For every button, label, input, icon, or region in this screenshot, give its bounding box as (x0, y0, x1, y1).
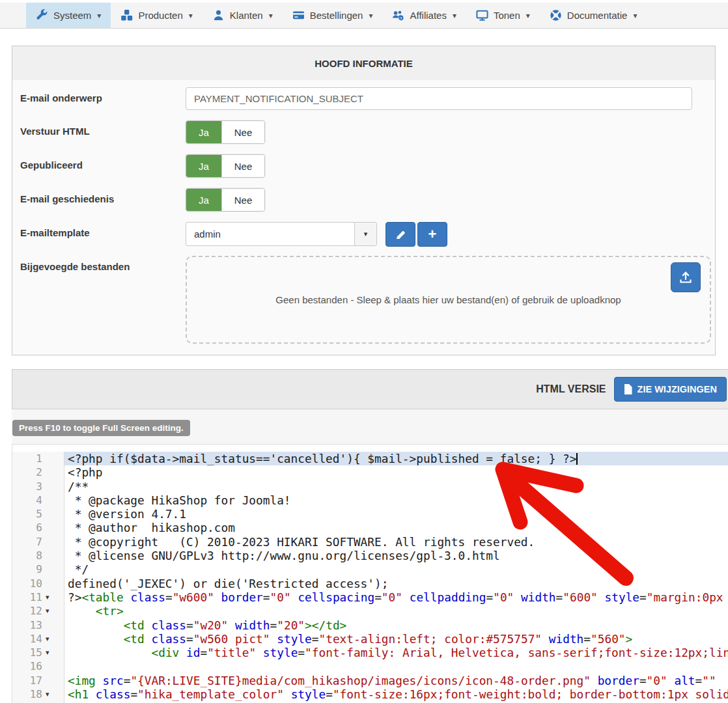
field-value: JaNee (186, 154, 715, 178)
select-dropdown-arrow-icon[interactable]: ▾ (354, 223, 376, 245)
toggle-option-ja[interactable]: Ja (186, 189, 221, 211)
code-line-17[interactable]: 17<img src="{VAR:LIVE_SITE}media/com_hik… (12, 674, 728, 687)
code-line-9[interactable]: 9 */ (12, 562, 728, 576)
fold-spacer (42, 493, 59, 507)
line-gutter: 11▾ (12, 590, 64, 604)
line-gutter: 3 (12, 480, 64, 493)
code-line-15[interactable]: 15▾ <div id="title" style="font-family: … (12, 646, 728, 659)
fold-arrow-icon[interactable]: ▾ (42, 687, 59, 701)
life-ring-icon (550, 9, 562, 21)
edit-template-button[interactable] (385, 222, 415, 247)
fold-arrow-icon[interactable]: ▾ (42, 604, 59, 618)
see-changes-label: ZIE WIJZIGINGEN (637, 384, 717, 394)
fold-spacer (42, 659, 59, 673)
line-code-text: <h1 class="hika_template_color" style="f… (64, 687, 728, 701)
see-changes-button[interactable]: ZIE WIJZIGINGEN (614, 377, 727, 402)
line-gutter: 15▾ (12, 646, 64, 659)
html-version-header: HTML VERSIE ZIE WIJZIGINGEN (12, 369, 728, 409)
fold-spacer (42, 521, 59, 534)
line-code-text: * @package HikaShop for Joomla! (64, 493, 728, 507)
chevron-down-icon: ▾ (97, 11, 101, 20)
pencil-icon (395, 229, 406, 240)
fold-arrow-icon[interactable]: ▾ (42, 590, 59, 604)
code-line-11[interactable]: 11▾?><table class="w600" border="0" cell… (12, 590, 728, 604)
nav-item-systeem[interactable]: Systeem▾ (26, 3, 111, 28)
line-gutter: 16 (12, 659, 64, 673)
nav-item-producten[interactable]: Producten▾ (111, 3, 202, 28)
yes-no-toggle: JaNee (186, 188, 265, 212)
nav-item-label: Bestellingen (310, 10, 363, 21)
form-row: Bijgevoegde bestandenGeen bestanden - Sl… (20, 256, 715, 344)
toggle-option-nee[interactable]: Nee (221, 155, 264, 177)
email-template-select[interactable]: admin▾ (186, 222, 377, 246)
fold-arrow-icon[interactable]: ▾ (42, 632, 59, 646)
code-line-18[interactable]: 18▾<h1 class="hika_template_color" style… (12, 687, 728, 701)
form-row: E-mailtemplateadmin▾+ (20, 222, 715, 247)
line-number: 10 (19, 577, 42, 590)
code-line-12[interactable]: 12▾ <tr> (12, 604, 728, 618)
fold-spacer (42, 577, 59, 590)
email-subject-input[interactable] (186, 87, 692, 110)
toggle-option-nee[interactable]: Nee (221, 121, 264, 143)
field-label: Gepubliceerd (20, 154, 186, 178)
chevron-down-icon: ▾ (633, 11, 637, 20)
chevron-down-icon: ▾ (453, 11, 456, 20)
field-value (186, 87, 715, 110)
line-gutter: 1 (12, 452, 64, 465)
fold-spacer (42, 535, 59, 549)
nav-item-affiliates[interactable]: Affiliates▾ (382, 3, 466, 28)
add-template-button[interactable]: + (417, 222, 447, 247)
nav-item-klanten[interactable]: Klanten▾ (203, 3, 283, 28)
code-line-2[interactable]: 2<?php (12, 465, 728, 479)
line-code-text: <td class="w20" width="20"></td> (64, 618, 728, 632)
code-line-1[interactable]: 1<?php if($data->mail_status=='cancelled… (12, 452, 728, 465)
code-line-10[interactable]: 10defined('_JEXEC') or die('Restricted a… (12, 577, 728, 590)
toggle-option-ja[interactable]: Ja (186, 121, 221, 143)
toggle-option-nee[interactable]: Nee (221, 189, 264, 211)
chevron-down-icon: ▾ (369, 11, 372, 20)
form-row: E-mail geschiedenisJaNee (20, 188, 715, 212)
line-code-text: * @copyright (C) 2010-2023 HIKARI SOFTWA… (64, 535, 728, 549)
line-number: 12 (19, 604, 42, 618)
line-code-text: defined('_JEXEC') or die('Restricted acc… (64, 577, 728, 590)
line-number: 14 (19, 632, 42, 646)
form-row: Verstuur HTMLJaNee (20, 120, 715, 144)
line-gutter: 12▾ (12, 604, 64, 618)
line-code-text: * @version 4.7.1 (64, 507, 728, 521)
code-line-3[interactable]: 3/** (12, 480, 728, 493)
code-line-14[interactable]: 14▾ <td class="w560 pict" style="text-al… (12, 632, 728, 646)
line-number: 5 (19, 507, 42, 521)
code-line-13[interactable]: 13 <td class="w20" width="20"></td> (12, 618, 728, 632)
nav-item-bestellingen[interactable]: Bestellingen▾ (283, 3, 383, 28)
line-code-text: <td class="w560 pict" style="text-align:… (64, 632, 728, 646)
line-number: 18 (19, 687, 42, 701)
code-line-5[interactable]: 5 * @version 4.7.1 (12, 507, 728, 521)
fold-arrow-icon[interactable]: ▾ (42, 646, 59, 659)
nav-item-label: Documentatie (567, 10, 628, 21)
code-editor[interactable]: 1<?php if($data->mail_status=='cancelled… (12, 444, 728, 703)
attachments-dropzone[interactable]: Geen bestanden - Sleep & plaats hier uw … (186, 256, 711, 344)
field-value: JaNee (186, 120, 715, 144)
line-number: 8 (19, 549, 42, 562)
main-information-panel: HOOFD INFORMATIE E-mail onderwerpVerstuu… (12, 46, 716, 355)
code-line-4[interactable]: 4 * @package HikaShop for Joomla! (12, 493, 728, 507)
field-value: Geen bestanden - Sleep & plaats hier uw … (186, 256, 715, 344)
line-number: 15 (19, 646, 42, 659)
line-gutter: 2 (12, 465, 64, 479)
user-icon (212, 9, 225, 21)
nav-item-label: Klanten (230, 10, 263, 21)
field-label: Bijgevoegde bestanden (20, 256, 186, 344)
toggle-option-ja[interactable]: Ja (186, 155, 221, 177)
upload-button[interactable] (671, 262, 701, 292)
code-line-8[interactable]: 8 * @license GNU/GPLv3 http://www.gnu.or… (12, 549, 728, 562)
chevron-down-icon: ▾ (269, 11, 273, 20)
nav-item-documentatie[interactable]: Documentatie▾ (540, 3, 647, 28)
code-line-7[interactable]: 7 * @copyright (C) 2010-2023 HIKARI SOFT… (12, 535, 728, 549)
nav-item-label: Producten (138, 10, 182, 21)
line-code-text: * @author hikashop.com (64, 521, 728, 534)
line-code-text: * @license GNU/GPLv3 http://www.gnu.org/… (64, 549, 728, 562)
code-line-6[interactable]: 6 * @author hikashop.com (12, 521, 728, 534)
nav-item-tonen[interactable]: Tonen▾ (466, 3, 540, 28)
code-line-16[interactable]: 16 (12, 659, 728, 673)
line-gutter: 8 (12, 549, 64, 562)
